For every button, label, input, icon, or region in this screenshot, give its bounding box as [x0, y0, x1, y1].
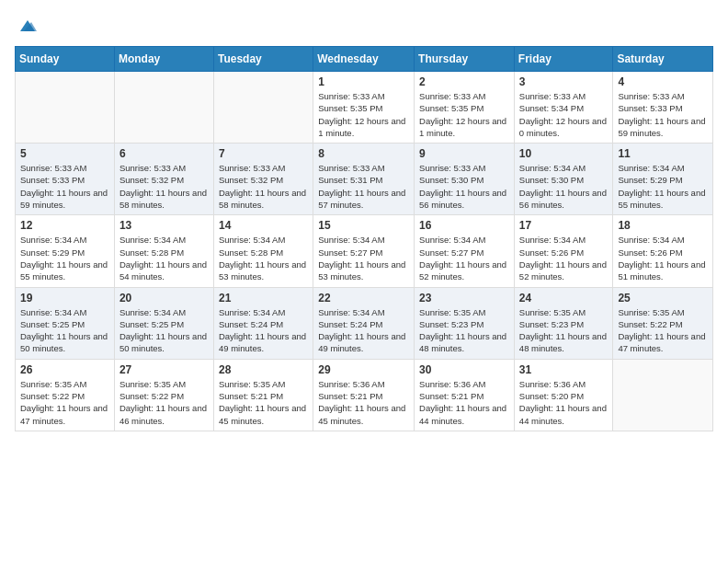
- day-number: 25: [618, 292, 708, 304]
- weekday-header-sunday: Sunday: [16, 47, 115, 72]
- day-info: Sunrise: 5:33 AM Sunset: 5:33 PM Dayligh…: [618, 90, 708, 139]
- day-number: 8: [318, 147, 409, 160]
- calendar-week-5: 26Sunrise: 5:35 AM Sunset: 5:22 PM Dayli…: [16, 359, 713, 431]
- day-info: Sunrise: 5:34 AM Sunset: 5:27 PM Dayligh…: [318, 234, 409, 282]
- day-info: Sunrise: 5:34 AM Sunset: 5:24 PM Dayligh…: [318, 306, 409, 355]
- day-number: 18: [618, 219, 708, 232]
- calendar-week-3: 12Sunrise: 5:34 AM Sunset: 5:29 PM Dayli…: [16, 215, 713, 287]
- calendar-cell: 6Sunrise: 5:33 AM Sunset: 5:32 PM Daylig…: [114, 144, 213, 215]
- day-number: 22: [318, 292, 409, 304]
- calendar-cell: 3Sunrise: 5:33 AM Sunset: 5:34 PM Daylig…: [514, 72, 613, 144]
- day-number: 29: [318, 363, 409, 376]
- day-info: Sunrise: 5:33 AM Sunset: 5:30 PM Dayligh…: [419, 162, 509, 211]
- day-number: 14: [219, 219, 308, 232]
- day-info: Sunrise: 5:36 AM Sunset: 5:20 PM Dayligh…: [519, 378, 609, 427]
- day-number: 12: [20, 219, 109, 232]
- day-info: Sunrise: 5:33 AM Sunset: 5:34 PM Dayligh…: [519, 90, 609, 139]
- calendar-cell: 13Sunrise: 5:34 AM Sunset: 5:28 PM Dayli…: [114, 215, 213, 287]
- day-info: Sunrise: 5:34 AM Sunset: 5:24 PM Dayligh…: [219, 306, 308, 355]
- day-number: 24: [519, 292, 609, 304]
- calendar-cell: 24Sunrise: 5:35 AM Sunset: 5:23 PM Dayli…: [514, 287, 613, 359]
- day-number: 5: [20, 147, 109, 160]
- calendar-cell: 28Sunrise: 5:35 AM Sunset: 5:21 PM Dayli…: [213, 359, 313, 431]
- day-number: 26: [20, 363, 109, 376]
- day-number: 9: [419, 147, 509, 160]
- calendar-cell: [613, 359, 713, 431]
- day-number: 27: [119, 363, 209, 376]
- day-info: Sunrise: 5:34 AM Sunset: 5:29 PM Dayligh…: [20, 234, 109, 282]
- day-info: Sunrise: 5:34 AM Sunset: 5:27 PM Dayligh…: [419, 234, 509, 282]
- day-number: 16: [419, 219, 509, 232]
- day-info: Sunrise: 5:35 AM Sunset: 5:23 PM Dayligh…: [419, 306, 509, 355]
- day-info: Sunrise: 5:35 AM Sunset: 5:22 PM Dayligh…: [119, 378, 209, 427]
- day-number: 11: [618, 147, 708, 160]
- day-info: Sunrise: 5:33 AM Sunset: 5:32 PM Dayligh…: [219, 162, 308, 211]
- weekday-header-wednesday: Wednesday: [313, 47, 415, 72]
- calendar-cell: 22Sunrise: 5:34 AM Sunset: 5:24 PM Dayli…: [313, 287, 415, 359]
- day-number: 6: [119, 147, 209, 160]
- day-number: 17: [519, 219, 609, 232]
- day-info: Sunrise: 5:35 AM Sunset: 5:21 PM Dayligh…: [219, 378, 308, 427]
- weekday-header-friday: Friday: [514, 47, 613, 72]
- calendar-table: SundayMondayTuesdayWednesdayThursdayFrid…: [15, 46, 713, 431]
- day-info: Sunrise: 5:33 AM Sunset: 5:31 PM Dayligh…: [318, 162, 409, 211]
- calendar-cell: 20Sunrise: 5:34 AM Sunset: 5:25 PM Dayli…: [114, 287, 213, 359]
- day-number: 19: [20, 292, 109, 304]
- calendar-cell: [16, 72, 115, 144]
- calendar-cell: [213, 72, 313, 144]
- calendar-cell: 31Sunrise: 5:36 AM Sunset: 5:20 PM Dayli…: [514, 359, 613, 431]
- weekday-header-row: SundayMondayTuesdayWednesdayThursdayFrid…: [16, 47, 713, 72]
- calendar-cell: 21Sunrise: 5:34 AM Sunset: 5:24 PM Dayli…: [213, 287, 313, 359]
- calendar-week-1: 1Sunrise: 5:33 AM Sunset: 5:35 PM Daylig…: [16, 72, 713, 144]
- calendar-cell: 23Sunrise: 5:35 AM Sunset: 5:23 PM Dayli…: [415, 287, 515, 359]
- day-info: Sunrise: 5:35 AM Sunset: 5:23 PM Dayligh…: [519, 306, 609, 355]
- weekday-header-tuesday: Tuesday: [213, 47, 313, 72]
- day-info: Sunrise: 5:34 AM Sunset: 5:25 PM Dayligh…: [20, 306, 109, 355]
- calendar-cell: 1Sunrise: 5:33 AM Sunset: 5:35 PM Daylig…: [313, 72, 415, 144]
- day-number: 21: [219, 292, 308, 304]
- day-info: Sunrise: 5:34 AM Sunset: 5:28 PM Dayligh…: [219, 234, 308, 282]
- day-info: Sunrise: 5:36 AM Sunset: 5:21 PM Dayligh…: [318, 378, 409, 427]
- day-number: 30: [419, 363, 509, 376]
- calendar-cell: 16Sunrise: 5:34 AM Sunset: 5:27 PM Dayli…: [415, 215, 515, 287]
- calendar-cell: 29Sunrise: 5:36 AM Sunset: 5:21 PM Dayli…: [313, 359, 415, 431]
- page-header: [15, 15, 713, 37]
- calendar-cell: 15Sunrise: 5:34 AM Sunset: 5:27 PM Dayli…: [313, 215, 415, 287]
- day-number: 1: [318, 75, 409, 88]
- calendar-cell: 18Sunrise: 5:34 AM Sunset: 5:26 PM Dayli…: [613, 215, 713, 287]
- calendar-cell: 19Sunrise: 5:34 AM Sunset: 5:25 PM Dayli…: [16, 287, 115, 359]
- logo: [15, 15, 39, 37]
- calendar-cell: 8Sunrise: 5:33 AM Sunset: 5:31 PM Daylig…: [313, 144, 415, 215]
- weekday-header-thursday: Thursday: [415, 47, 515, 72]
- calendar-cell: 11Sunrise: 5:34 AM Sunset: 5:29 PM Dayli…: [613, 144, 713, 215]
- day-info: Sunrise: 5:33 AM Sunset: 5:32 PM Dayligh…: [119, 162, 209, 211]
- day-info: Sunrise: 5:34 AM Sunset: 5:25 PM Dayligh…: [119, 306, 209, 355]
- calendar-cell: 25Sunrise: 5:35 AM Sunset: 5:22 PM Dayli…: [613, 287, 713, 359]
- calendar-cell: 12Sunrise: 5:34 AM Sunset: 5:29 PM Dayli…: [16, 215, 115, 287]
- day-info: Sunrise: 5:34 AM Sunset: 5:30 PM Dayligh…: [519, 162, 609, 211]
- day-number: 31: [519, 363, 609, 376]
- day-info: Sunrise: 5:33 AM Sunset: 5:35 PM Dayligh…: [419, 90, 509, 139]
- day-info: Sunrise: 5:33 AM Sunset: 5:33 PM Dayligh…: [20, 162, 109, 211]
- day-number: 23: [419, 292, 509, 304]
- day-number: 4: [618, 75, 708, 88]
- day-info: Sunrise: 5:33 AM Sunset: 5:35 PM Dayligh…: [318, 90, 409, 139]
- day-number: 7: [219, 147, 308, 160]
- day-info: Sunrise: 5:34 AM Sunset: 5:26 PM Dayligh…: [519, 234, 609, 282]
- weekday-header-saturday: Saturday: [613, 47, 713, 72]
- calendar-cell: 10Sunrise: 5:34 AM Sunset: 5:30 PM Dayli…: [514, 144, 613, 215]
- calendar-cell: 14Sunrise: 5:34 AM Sunset: 5:28 PM Dayli…: [213, 215, 313, 287]
- calendar-cell: 17Sunrise: 5:34 AM Sunset: 5:26 PM Dayli…: [514, 215, 613, 287]
- calendar-week-2: 5Sunrise: 5:33 AM Sunset: 5:33 PM Daylig…: [16, 144, 713, 215]
- day-number: 20: [119, 292, 209, 304]
- day-info: Sunrise: 5:35 AM Sunset: 5:22 PM Dayligh…: [20, 378, 109, 427]
- calendar-cell: 9Sunrise: 5:33 AM Sunset: 5:30 PM Daylig…: [415, 144, 515, 215]
- day-info: Sunrise: 5:34 AM Sunset: 5:28 PM Dayligh…: [119, 234, 209, 282]
- calendar-cell: [114, 72, 213, 144]
- calendar-cell: 4Sunrise: 5:33 AM Sunset: 5:33 PM Daylig…: [613, 72, 713, 144]
- day-number: 15: [318, 219, 409, 232]
- calendar-cell: 26Sunrise: 5:35 AM Sunset: 5:22 PM Dayli…: [16, 359, 115, 431]
- calendar-week-4: 19Sunrise: 5:34 AM Sunset: 5:25 PM Dayli…: [16, 287, 713, 359]
- day-number: 3: [519, 75, 609, 88]
- day-number: 28: [219, 363, 308, 376]
